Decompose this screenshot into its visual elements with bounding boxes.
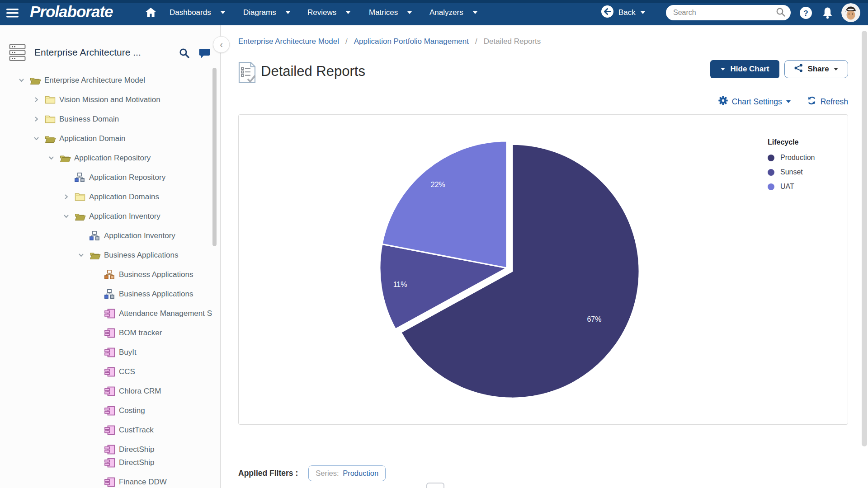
diagram-icon [90, 231, 104, 241]
tree-item-costing[interactable]: Costing [0, 401, 216, 420]
tree-expander-icon[interactable] [18, 77, 30, 84]
sidebar-header: Enterprise Architecture ... [0, 42, 221, 64]
nav-item-reviews[interactable]: Reviews [307, 0, 350, 25]
main-content: Enterprise Architecture Model/Applicatio… [221, 25, 868, 488]
tree-expander-icon[interactable] [63, 213, 75, 220]
page-scrollbar-thumb[interactable] [862, 31, 867, 446]
applied-filters-row: Applied Filters : Series: Production [238, 465, 386, 481]
tree-expander-icon[interactable] [78, 252, 90, 258]
nav-item-analyzers[interactable]: Analyzers [429, 0, 477, 25]
tree-item-application-domains[interactable]: Application Domains [0, 187, 216, 206]
chevron-down-icon [473, 11, 477, 16]
tree-item-application-repository[interactable]: Application Repository [0, 168, 216, 187]
tree-item-custtrack[interactable]: CustTrack [0, 420, 216, 440]
tree-item-vision-mission-and-motivation[interactable]: Vision Mission and Motivation [0, 90, 216, 109]
share-button[interactable]: Share [784, 60, 848, 78]
breadcrumb-link[interactable]: Application Portfolio Management [354, 37, 469, 46]
gear-icon [718, 96, 728, 108]
hamburger-menu-icon[interactable] [6, 9, 19, 19]
refresh-button[interactable]: Refresh [807, 96, 848, 108]
chart-settings-button[interactable]: Chart Settings [718, 96, 791, 108]
filter-chip[interactable]: Series: Production [308, 465, 386, 481]
folder-open-icon [30, 76, 44, 85]
tree-expander-icon[interactable] [33, 96, 45, 103]
tree-item-application-domain[interactable]: Application Domain [0, 129, 216, 148]
legend-item-production[interactable]: Production [768, 154, 815, 162]
tree-item-buyit[interactable]: BuyIt [0, 343, 216, 362]
legend-title: Lifecycle [768, 138, 815, 146]
sidebar-scrollbar[interactable] [212, 68, 217, 246]
tree-item-business-domain[interactable]: Business Domain [0, 109, 216, 129]
tree-expander-icon[interactable] [33, 116, 45, 122]
tree-item-application-repository[interactable]: Application Repository [0, 148, 216, 168]
sidebar-collapse-button[interactable]: ‹ [213, 36, 230, 53]
component-icon [104, 406, 119, 416]
user-avatar[interactable] [841, 3, 860, 22]
partial-bottom-widget [426, 483, 444, 488]
tree-item-directship[interactable]: DirectShip [0, 453, 216, 472]
component-icon [104, 458, 119, 468]
legend-label: Sunset [780, 168, 803, 176]
comment-bubble-icon[interactable] [199, 48, 210, 61]
tree-item-business-applications[interactable]: Business Applications [0, 284, 216, 304]
nav-item-label: Diagrams [243, 8, 276, 17]
chevron-down-icon [286, 11, 290, 16]
page-scrollbar-track[interactable] [861, 25, 868, 488]
nav-item-dashboards[interactable]: Dashboards [170, 0, 225, 25]
help-icon[interactable]: ? [799, 6, 812, 21]
breadcrumb: Enterprise Architecture Model/Applicatio… [238, 37, 541, 46]
tree-item-enterprise-architecture-model[interactable]: Enterprise Architecture Model [0, 70, 216, 90]
tree-expander-icon[interactable] [63, 193, 75, 200]
breadcrumb-link[interactable]: Enterprise Architecture Model [238, 37, 339, 46]
component-icon [104, 347, 119, 357]
legend-label: UAT [780, 183, 794, 191]
diagram-icon [104, 289, 119, 299]
chevron-down-icon [786, 100, 791, 105]
filter-chip-value: Production [343, 469, 378, 477]
sidebar-search-icon[interactable] [179, 48, 189, 60]
home-icon[interactable] [146, 8, 156, 19]
legend-item-sunset[interactable]: Sunset [768, 168, 815, 176]
tree-expander-icon[interactable] [33, 135, 45, 142]
legend-label: Production [780, 154, 815, 162]
back-button[interactable]: Back [601, 0, 645, 25]
nav-item-diagrams[interactable]: Diagrams [243, 0, 290, 25]
tree-expander-icon[interactable] [48, 155, 60, 161]
component-icon [104, 477, 119, 487]
tree-item-attendance-management-s[interactable]: Attendance Management S [0, 304, 216, 323]
folder-icon [45, 115, 59, 123]
back-label: Back [618, 8, 636, 17]
search-icon[interactable] [776, 7, 785, 19]
tree-item-business-applications[interactable]: Business Applications [0, 245, 216, 265]
legend-dot [768, 183, 774, 190]
tree-item-application-inventory[interactable]: Application Inventory [0, 226, 216, 245]
folder-open-icon [45, 134, 59, 143]
global-search [666, 5, 791, 20]
search-input[interactable] [673, 9, 776, 17]
nav-item-matrices[interactable]: Matrices [369, 0, 412, 25]
tree-item-chlora-crm[interactable]: Chlora CRM [0, 381, 216, 401]
breadcrumb-current: Detailed Reports [484, 37, 541, 46]
tree-item-bom-tracker[interactable]: BOM tracker [0, 323, 216, 343]
tree-item-business-applications[interactable]: Business Applications [0, 265, 216, 284]
chart-toolbar: Chart Settings Refresh [221, 95, 848, 108]
nav-item-label: Reviews [307, 8, 336, 17]
svg-text:?: ? [803, 9, 808, 18]
repository-stack-icon [9, 44, 26, 63]
applied-filters-label: Applied Filters : [238, 469, 298, 478]
notifications-bell-icon[interactable] [822, 7, 833, 21]
folder-open-icon [75, 212, 89, 221]
chevron-down-icon [641, 11, 645, 16]
browser-sidebar: Enterprise Architecture ... Enterprise A… [0, 25, 221, 488]
tree-item-application-inventory[interactable]: Application Inventory [0, 206, 216, 226]
tree-item-ccs[interactable]: CCS [0, 362, 216, 381]
chart-legend: Lifecycle ProductionSunsetUAT [768, 138, 815, 197]
legend-item-uat[interactable]: UAT [768, 183, 815, 191]
breadcrumb-separator: / [345, 37, 348, 46]
component-icon [104, 309, 119, 319]
hide-chart-button[interactable]: Hide Chart [710, 60, 779, 78]
tree-item-finance-ddw[interactable]: Finance DDW [0, 472, 216, 488]
component-icon [104, 386, 119, 396]
folder-open-icon [90, 251, 104, 260]
page-title: Detailed Reports [261, 63, 365, 80]
